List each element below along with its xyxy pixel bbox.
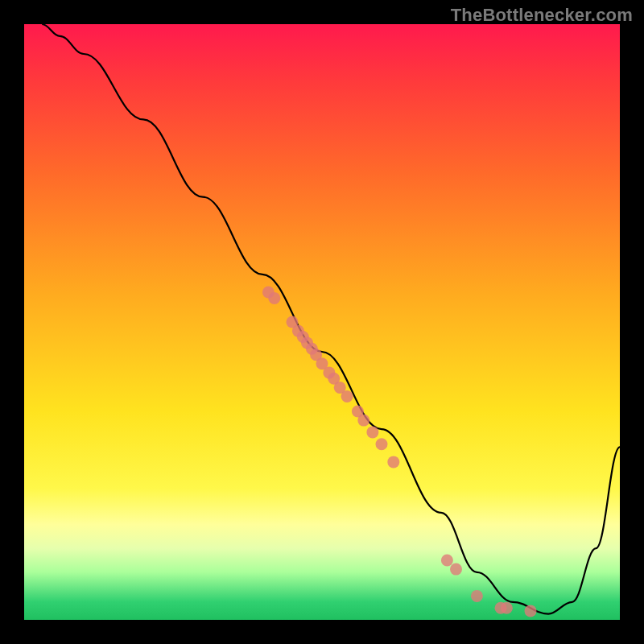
data-point [387, 456, 399, 468]
bottleneck-curve [42, 24, 620, 614]
data-point [501, 602, 513, 614]
data-points-group [262, 287, 537, 617]
data-point [376, 438, 388, 450]
data-point [357, 415, 369, 427]
attribution-text: TheBottlenecker.com [451, 5, 633, 26]
data-point [268, 292, 280, 304]
data-point [366, 426, 378, 438]
data-point [525, 605, 537, 617]
chart-frame: TheBottlenecker.com [0, 0, 644, 644]
plot-area [24, 24, 620, 620]
data-point [341, 390, 353, 402]
data-point [450, 564, 462, 576]
chart-svg [24, 24, 620, 620]
data-point [471, 590, 483, 602]
data-point [441, 555, 453, 567]
